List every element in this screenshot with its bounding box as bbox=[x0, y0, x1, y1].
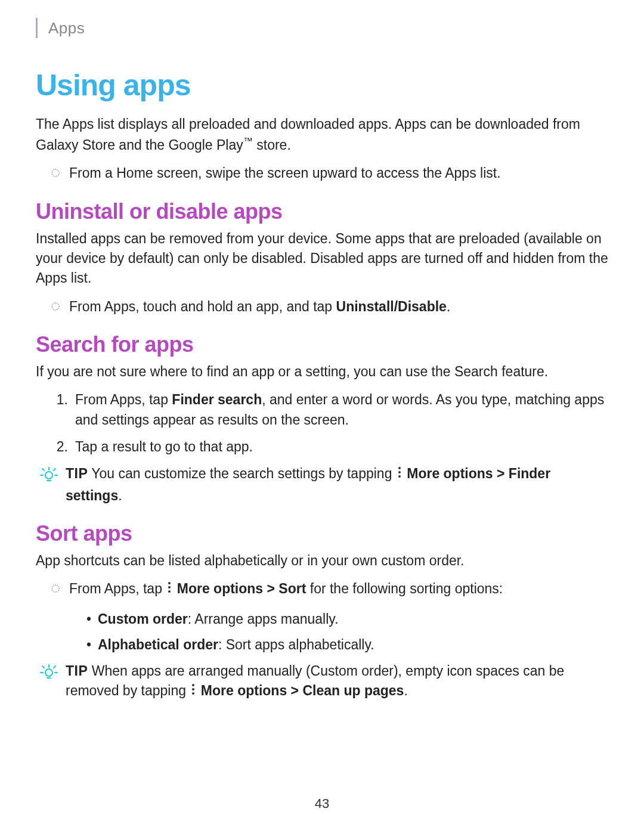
svg-point-16 bbox=[45, 669, 52, 676]
bullet-item: From a Home screen, swipe the screen upw… bbox=[48, 163, 608, 183]
tip-callout: TIP When apps are arranged manually (Cus… bbox=[36, 661, 608, 703]
bullet-text: From Apps, tap More options > Sort for t… bbox=[63, 579, 608, 600]
svg-point-23 bbox=[192, 684, 194, 686]
document-page: Apps Using apps The Apps list displays a… bbox=[0, 0, 644, 702]
intro-paragraph: The Apps list displays all preloaded and… bbox=[36, 114, 608, 155]
svg-point-1 bbox=[52, 303, 59, 310]
dotted-circle-icon bbox=[48, 579, 63, 600]
svg-point-24 bbox=[192, 688, 194, 690]
bullet-item: From Apps, tap More options > Sort for t… bbox=[48, 579, 608, 600]
step-number: 1. bbox=[54, 390, 70, 430]
svg-point-9 bbox=[398, 467, 401, 469]
lightbulb-icon bbox=[36, 464, 62, 506]
svg-point-25 bbox=[192, 692, 194, 695]
bullet-dot-icon: • bbox=[83, 635, 94, 655]
sub-bullet-text: Custom order: Arrange apps manually. bbox=[94, 609, 608, 629]
section-heading: Uninstall or disable apps bbox=[36, 199, 608, 224]
sub-bullet-text: Alphabetical order: Sort apps alphabetic… bbox=[94, 635, 608, 655]
svg-point-0 bbox=[52, 169, 59, 176]
page-number: 43 bbox=[0, 796, 644, 812]
svg-point-14 bbox=[168, 586, 171, 589]
svg-line-21 bbox=[54, 666, 55, 668]
bullet-dot-icon: • bbox=[83, 609, 94, 629]
bullet-text: From a Home screen, swipe the screen upw… bbox=[63, 163, 608, 183]
sub-bullet-item: • Custom order: Arrange apps manually. bbox=[83, 609, 608, 629]
more-options-icon bbox=[397, 464, 402, 484]
svg-line-6 bbox=[42, 469, 44, 470]
page-header: Apps bbox=[36, 18, 608, 38]
sub-bullet-item: • Alphabetical order: Sort apps alphabet… bbox=[83, 635, 608, 655]
lightbulb-icon bbox=[36, 661, 62, 703]
bullet-item: From Apps, touch and hold an app, and ta… bbox=[48, 297, 608, 317]
step-number: 2. bbox=[54, 437, 70, 457]
tip-text: TIP When apps are arranged manually (Cus… bbox=[62, 661, 608, 703]
bullet-text: From Apps, touch and hold an app, and ta… bbox=[63, 297, 608, 317]
section-label: Apps bbox=[48, 19, 85, 38]
section-body: If you are not sure where to find an app… bbox=[36, 362, 608, 382]
more-options-icon bbox=[167, 579, 172, 599]
svg-point-11 bbox=[398, 475, 401, 478]
svg-point-13 bbox=[168, 582, 171, 584]
numbered-step: 2. Tap a result to go to that app. bbox=[54, 437, 608, 457]
dotted-circle-icon bbox=[48, 297, 63, 317]
svg-point-2 bbox=[45, 472, 52, 479]
svg-point-10 bbox=[398, 471, 401, 473]
step-text: From Apps, tap Finder search, and enter … bbox=[70, 390, 608, 430]
svg-point-15 bbox=[168, 590, 171, 593]
more-options-icon bbox=[191, 681, 196, 701]
section-heading: Sort apps bbox=[36, 521, 608, 546]
tip-text: TIP You can customize the search setting… bbox=[62, 464, 608, 506]
svg-point-12 bbox=[52, 585, 59, 592]
page-title: Using apps bbox=[36, 68, 608, 103]
section-body: App shortcuts can be listed alphabetical… bbox=[36, 551, 608, 571]
svg-line-20 bbox=[42, 666, 44, 668]
svg-line-7 bbox=[54, 469, 55, 470]
tip-callout: TIP You can customize the search setting… bbox=[36, 464, 608, 506]
dotted-circle-icon bbox=[48, 163, 63, 183]
section-body: Installed apps can be removed from your … bbox=[36, 229, 608, 289]
step-text: Tap a result to go to that app. bbox=[70, 437, 608, 457]
numbered-step: 1. From Apps, tap Finder search, and ent… bbox=[54, 390, 608, 430]
section-heading: Search for apps bbox=[36, 332, 608, 357]
